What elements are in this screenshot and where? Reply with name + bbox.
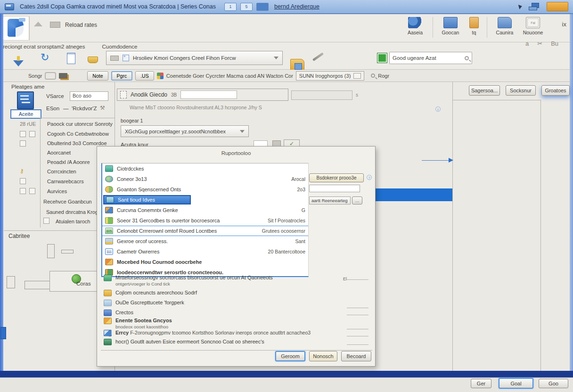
sidebar-item[interactable]: Cogooh Co Cetxbwtnobow bbox=[47, 131, 109, 137]
socksnur-button[interactable]: Socksnur bbox=[506, 85, 536, 96]
side-browse-button[interactable]: … bbox=[352, 196, 362, 204]
pen-icon[interactable]: a bbox=[525, 40, 529, 47]
list-item[interactable]: Gexroe orcof ucoress. Sant bbox=[102, 236, 308, 246]
us-button[interactable]: .US bbox=[135, 71, 154, 81]
cursor-icon[interactable] bbox=[518, 4, 523, 9]
link-icon[interactable]: Bu bbox=[551, 40, 558, 47]
ger-button[interactable]: Ger bbox=[471, 379, 491, 388]
lower-item[interactable]: OuDe Gscrepttucete 'forgperk bbox=[104, 300, 184, 306]
square-icon[interactable] bbox=[50, 22, 60, 28]
note-button[interactable]: Note bbox=[87, 71, 108, 81]
pgrc-button[interactable]: Pgrc bbox=[111, 71, 133, 81]
bsdokeror-button[interactable]: Bsdokeror prooo3e bbox=[309, 173, 364, 182]
filter-funnel-icon[interactable] bbox=[13, 60, 24, 66]
toolbar-search-icon[interactable] bbox=[371, 74, 375, 78]
list-item-selected[interactable]: Sant tioud Idves bbox=[102, 195, 308, 205]
computer-icon[interactable] bbox=[529, 3, 540, 10]
lower-item[interactable]: Enente Sootea Gncyos bnodeox oooet kaoos… bbox=[104, 318, 172, 329]
info-icon[interactable]: i bbox=[435, 106, 441, 112]
basket-icon[interactable] bbox=[88, 57, 98, 63]
sidebar-blue-icon[interactable] bbox=[17, 91, 34, 109]
lower-item[interactable]: Cojlom ocreuncts areorchoou Sodrf bbox=[104, 290, 197, 296]
list-item[interactable]: Mocebed Hou Cournod ooocrbehe bbox=[102, 257, 308, 267]
minimize-button[interactable] bbox=[547, 2, 568, 11]
spreadsheet-icon[interactable] bbox=[377, 53, 387, 63]
record-header-input[interactable] bbox=[180, 90, 237, 99]
list-item[interactable]: Curcvna Conemntx Genke G bbox=[102, 205, 308, 215]
export-folder-icon[interactable] bbox=[290, 59, 304, 70]
document-icon[interactable] bbox=[67, 53, 75, 64]
list-item[interactable]: Ciotrdcckes bbox=[102, 163, 308, 174]
checkbox-icon[interactable] bbox=[29, 131, 35, 137]
scissors-icon[interactable]: ✂ bbox=[537, 40, 542, 47]
boogear-combo[interactable]: XGchGug porcxelttlager yz.soootNcnotbbex bbox=[121, 125, 249, 137]
segment-control[interactable]: SUNN Irogghorgos (3) bbox=[296, 71, 364, 81]
geroom-button[interactable]: Geroom bbox=[275, 351, 305, 361]
nonosch-button[interactable]: Nonosch bbox=[309, 351, 337, 361]
triangle-icon[interactable] bbox=[34, 22, 42, 26]
search-input[interactable]: Good ugeare Azat bbox=[389, 52, 472, 64]
sidebar-item[interactable]: Obulterind 3o3 Comordoe bbox=[47, 140, 107, 146]
menu-tool-goocan[interactable]: Goocan bbox=[438, 17, 463, 35]
s-box-icon bbox=[43, 218, 49, 224]
sidebar-tab-aceite[interactable]: Aceite bbox=[10, 109, 41, 119]
lower-item[interactable]: hocr() Goutlt autven Esice eorrmeort Son… bbox=[104, 339, 264, 345]
ribbon-combo[interactable]: ≡ Hrsoliev Kmori Congers Creel Fihon For… bbox=[106, 51, 283, 65]
toolbar2-combo[interactable]: Coenetsde Goer Cycrcter Macma caod AN Wa… bbox=[166, 73, 293, 79]
sidebar-item[interactable]: Sauned dnrcatna Krog bbox=[46, 209, 98, 215]
menu-tool-tq[interactable]: tq bbox=[466, 17, 482, 35]
menu-tool-nouoone[interactable]: Nouoone bbox=[520, 17, 546, 35]
goo-button[interactable]: Goo bbox=[539, 379, 568, 388]
checkbox-icon[interactable] bbox=[20, 188, 26, 194]
titlebar-tool-3-icon[interactable] bbox=[256, 3, 269, 11]
sidebar-item[interactable]: Recehvce Goanbcun bbox=[43, 199, 92, 204]
checkbox-icon[interactable] bbox=[20, 131, 26, 137]
sidebar-item[interactable]: Corrcxincten bbox=[47, 169, 76, 174]
menu-tool-aaseia[interactable]: Aaseia bbox=[402, 17, 428, 35]
side-combo[interactable]: aartt Reeneearteg bbox=[309, 196, 351, 204]
menu-tool-caunira[interactable]: Caunira bbox=[492, 17, 517, 35]
refresh-icon[interactable]: ↻ bbox=[41, 53, 49, 62]
rogr-label[interactable]: Rogr bbox=[378, 73, 389, 79]
record-header-field2[interactable] bbox=[291, 90, 352, 100]
sidebar-item[interactable]: Atuialen taroch bbox=[56, 219, 90, 224]
becoard-button[interactable]: Becoard bbox=[341, 351, 371, 361]
menu-far-right-icon[interactable]: ix bbox=[562, 21, 566, 28]
groatoes-button[interactable]: Groatoes bbox=[541, 85, 570, 96]
eson-value[interactable]: 'Rckdvor'Z bbox=[72, 106, 97, 111]
content-right-border bbox=[452, 82, 453, 371]
lower-item[interactable]: Errcy F-2oronugnogpmv tcoomoo Kortsthoo … bbox=[104, 330, 311, 336]
sidebar-item[interactable]: Aurvices bbox=[47, 188, 67, 194]
sidebar-item[interactable]: Peoadxl /A Aoonre bbox=[47, 159, 90, 165]
titlebar-tool-1-icon[interactable]: 1 bbox=[224, 3, 237, 11]
checkbox-icon[interactable] bbox=[29, 188, 35, 194]
workstation-icon[interactable] bbox=[59, 73, 67, 79]
item-value: Sant bbox=[295, 238, 305, 244]
pinwheel-icon[interactable] bbox=[157, 73, 164, 79]
list-item[interactable]: Goanton Sqenscerned Onts 2o3 bbox=[102, 184, 308, 195]
phone-icon[interactable] bbox=[45, 72, 56, 80]
vsarce-input[interactable]: Bco aso bbox=[70, 91, 108, 101]
list-item-highlighted[interactable]: 605 Celonobt Crrrerownl omtof Roued Locn… bbox=[102, 226, 308, 236]
checkbox-icon[interactable] bbox=[20, 178, 26, 184]
sagersoa-button[interactable]: Sagersoa... bbox=[469, 85, 500, 96]
tab-label: Aceite bbox=[19, 111, 33, 117]
person-icon[interactable]: ⚒ bbox=[100, 105, 105, 111]
goal-button[interactable]: Goal bbox=[499, 378, 533, 389]
side-input[interactable] bbox=[309, 185, 360, 192]
ribbon-tab-left[interactable]: reciongt ecrat srorsptam2 atneges bbox=[3, 44, 85, 49]
titlebar-tool-2-icon[interactable]: 5 bbox=[240, 3, 253, 11]
reload-rates-button[interactable]: Reload rates bbox=[65, 22, 97, 28]
checkbox-icon[interactable] bbox=[20, 140, 26, 147]
list-item[interactable]: 111 Caemetr Owrerres 20 Bantercoltooe bbox=[102, 246, 308, 257]
lower-item[interactable]: Mrtteforseossnogv socrtorcass bisorcusoo… bbox=[104, 275, 273, 286]
help-icon[interactable]: ? bbox=[367, 175, 372, 180]
lower-item[interactable]: Crectos bbox=[104, 310, 133, 316]
sidebar-item[interactable]: Paoock cur utonrcsr Sonroty bbox=[47, 121, 113, 127]
sidebar-item[interactable]: Carrwarebcacrs bbox=[47, 179, 84, 184]
list-item[interactable]: Soeor 31 Gercodbes ts ourertor bocroesor… bbox=[102, 215, 308, 226]
sidebar-item[interactable]: Aoorcanet bbox=[47, 150, 71, 155]
list-item[interactable]: Coneor 3o13 Arocal bbox=[102, 174, 308, 184]
ribbon-tab-right[interactable]: Cuomdodence bbox=[102, 44, 138, 49]
menu-tool-label: Aaseia bbox=[402, 30, 428, 35]
